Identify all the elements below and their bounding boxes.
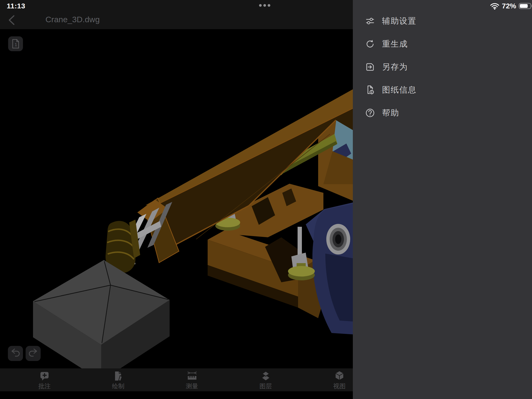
tool-measure[interactable]: 测量: [181, 371, 203, 389]
tool-label: 视图: [333, 383, 346, 389]
save-as-icon: [365, 62, 375, 72]
draw-icon: [113, 371, 124, 381]
drawing-info-icon: [365, 85, 375, 95]
menu-label: 图纸信息: [382, 84, 417, 95]
menu-item-assist-settings[interactable]: 辅助设置: [353, 10, 532, 32]
tool-views[interactable]: 视图: [329, 371, 350, 389]
refresh-icon: [365, 39, 375, 49]
tool-draw[interactable]: 绘制: [108, 371, 129, 389]
tool-label: 批注: [38, 383, 51, 389]
layers-icon: [260, 371, 271, 381]
menu-item-save-as[interactable]: 另存为: [353, 56, 532, 78]
menu-list: 辅助设置 重生成 另存为: [353, 0, 532, 124]
chevron-left-icon: [6, 14, 18, 26]
menu-item-regenerate[interactable]: 重生成: [353, 32, 532, 56]
menu-label: 重生成: [382, 38, 408, 50]
menu-label: 帮助: [382, 108, 399, 118]
tool-label: 测量: [186, 383, 198, 389]
tool-label: 图层: [260, 383, 272, 389]
multitask-dots-icon[interactable]: [259, 4, 270, 7]
drawing-canvas[interactable]: [0, 0, 353, 399]
tool-label: 绘制: [112, 383, 124, 389]
menu-label: 辅助设置: [382, 16, 417, 26]
undo-button[interactable]: [8, 346, 23, 361]
undo-icon: [8, 346, 23, 361]
menu-item-help[interactable]: 帮助: [353, 101, 532, 124]
wifi-icon: [490, 2, 500, 10]
status-right-cluster: 72%: [490, 2, 532, 10]
crane-model: [33, 89, 353, 381]
annotate-icon: [39, 371, 50, 381]
sliders-icon: [365, 16, 375, 26]
page-icon: 1: [8, 36, 23, 51]
redo-icon: [25, 346, 41, 361]
more-menu-panel: 辅助设置 重生成 另存为: [353, 0, 532, 399]
menu-label: 另存为: [382, 62, 408, 72]
page-number: 1: [15, 42, 17, 47]
tool-annotate[interactable]: 批注: [34, 371, 55, 389]
cube-views-icon: [334, 371, 345, 381]
menu-item-drawing-info[interactable]: 图纸信息: [353, 78, 532, 101]
status-time: 11:13: [7, 2, 25, 10]
help-icon: [365, 108, 375, 118]
document-title: Crane_3D.dwg: [45, 15, 100, 24]
battery-icon: [519, 2, 532, 10]
back-button[interactable]: [6, 14, 18, 26]
page-indicator-button[interactable]: 1: [8, 36, 23, 51]
redo-button[interactable]: [25, 346, 41, 361]
battery-percent: 72%: [502, 2, 516, 10]
tool-layers[interactable]: 图层: [255, 371, 277, 389]
bottom-toolbar: 批注 绘制: [0, 368, 353, 391]
app-screen: 11:13 72% Crane_3D.dwg 1: [0, 0, 532, 399]
measure-icon: [187, 371, 198, 381]
